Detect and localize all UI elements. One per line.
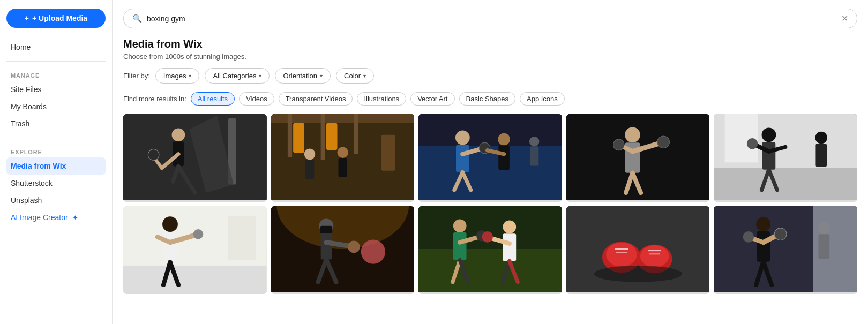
filter-color-label: Color xyxy=(344,72,361,80)
tag-all-results[interactable]: All results xyxy=(191,92,235,106)
tag-vector-art[interactable]: Vector Art xyxy=(410,92,454,106)
image-card[interactable] xyxy=(123,206,267,294)
image-card[interactable] xyxy=(418,206,562,294)
sidebar-item-label: Media from Wix xyxy=(11,162,66,170)
filter-categories-label: All Categories xyxy=(213,72,256,80)
chevron-down-icon: ▾ xyxy=(320,73,323,79)
sidebar-item-label: AI Image Creator xyxy=(11,213,68,222)
filter-color-button[interactable]: Color ▾ xyxy=(336,68,374,84)
sidebar-item-media-from-wix[interactable]: Media from Wix xyxy=(6,157,106,175)
sidebar-item-shutterstock[interactable]: Shutterstock xyxy=(6,175,106,192)
sidebar-item-label: My Boards xyxy=(11,102,47,111)
image-card[interactable] xyxy=(271,114,415,202)
filter-categories-button[interactable]: All Categories ▾ xyxy=(205,68,270,84)
filter-label: Filter by: xyxy=(123,72,150,80)
search-icon: 🔍 xyxy=(132,14,143,24)
section-title: Media from Wix xyxy=(123,38,857,50)
tag-basic-shapes[interactable]: Basic Shapes xyxy=(459,92,516,106)
sidebar-item-unsplash[interactable]: Unsplash xyxy=(6,192,106,209)
image-card[interactable] xyxy=(714,206,857,294)
sidebar-item-label: Site Files xyxy=(11,85,42,94)
plus-icon: + xyxy=(25,14,29,22)
image-card[interactable] xyxy=(566,114,710,202)
sidebar: + + Upload Media Home MANAGE Site Files … xyxy=(0,0,113,324)
filter-orientation-button[interactable]: Orientation ▾ xyxy=(275,68,331,84)
sidebar-item-label: Trash xyxy=(11,119,29,128)
main-content: 🔍 ✕ Media from Wix Choose from 1000s of … xyxy=(113,0,868,324)
section-subtitle: Choose from 1000s of stunning images. xyxy=(123,52,857,61)
tag-illustrations[interactable]: Illustrations xyxy=(357,92,406,106)
search-bar: 🔍 ✕ xyxy=(123,9,857,28)
sidebar-item-my-boards[interactable]: My Boards xyxy=(6,98,106,115)
image-card[interactable] xyxy=(123,114,267,202)
tag-transparent-videos[interactable]: Transparent Videos xyxy=(279,92,353,106)
sidebar-item-label: Home xyxy=(11,43,31,51)
image-card[interactable] xyxy=(418,114,562,202)
sidebar-item-trash[interactable]: Trash xyxy=(6,115,106,132)
tag-videos[interactable]: Videos xyxy=(239,92,274,106)
search-clear-button[interactable]: ✕ xyxy=(841,13,848,24)
filter-orientation-label: Orientation xyxy=(283,72,317,80)
chevron-down-icon: ▾ xyxy=(259,73,261,79)
search-input[interactable] xyxy=(147,14,837,23)
sparkle-icon: ✦ xyxy=(72,214,78,222)
sidebar-item-label: Unsplash xyxy=(11,196,42,205)
image-card[interactable] xyxy=(566,206,710,294)
sidebar-item-home[interactable]: Home xyxy=(6,39,106,56)
filter-images-label: Images xyxy=(163,72,186,80)
upload-media-button[interactable]: + + Upload Media xyxy=(6,9,106,28)
image-grid xyxy=(123,114,857,294)
sidebar-item-site-files[interactable]: Site Files xyxy=(6,81,106,98)
find-more-row: Find more results in: All results Videos… xyxy=(123,92,857,106)
chevron-down-icon: ▾ xyxy=(363,73,366,79)
close-icon: ✕ xyxy=(841,13,848,24)
sidebar-explore-label: EXPLORE xyxy=(6,144,106,157)
image-card[interactable] xyxy=(714,114,857,202)
sidebar-divider-1 xyxy=(6,61,106,62)
tag-app-icons[interactable]: App Icons xyxy=(520,92,565,106)
sidebar-item-label: Shutterstock xyxy=(11,179,53,187)
chevron-down-icon: ▾ xyxy=(189,73,191,79)
sidebar-item-ai-image-creator[interactable]: AI Image Creator ✦ xyxy=(6,209,106,226)
filter-row: Filter by: Images ▾ All Categories ▾ Ori… xyxy=(123,68,857,84)
sidebar-divider-2 xyxy=(6,138,106,138)
sidebar-manage-label: MANAGE xyxy=(6,67,106,81)
find-more-label: Find more results in: xyxy=(123,95,186,103)
image-card[interactable] xyxy=(271,206,415,294)
filter-images-button[interactable]: Images ▾ xyxy=(155,68,200,84)
